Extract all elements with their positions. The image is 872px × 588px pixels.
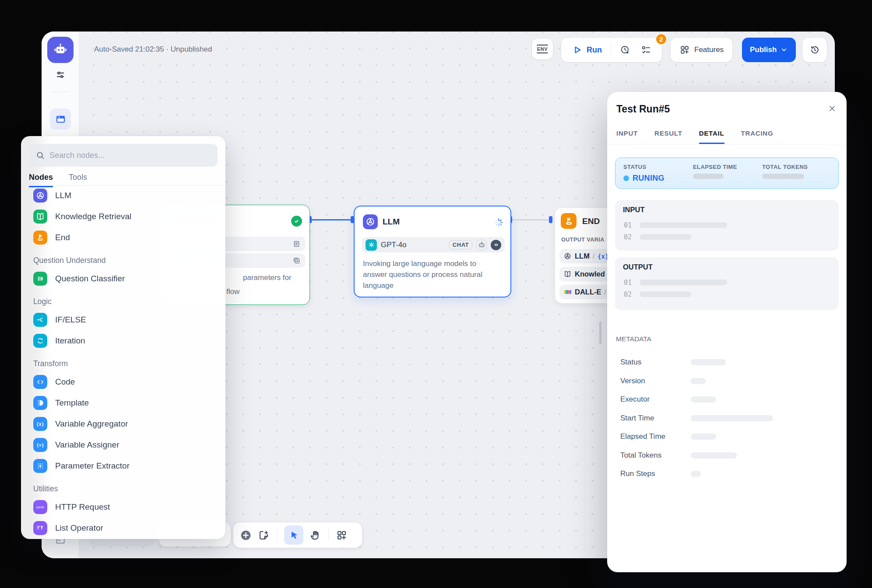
toolbar-divider bbox=[277, 529, 277, 541]
input-section-title: INPUT bbox=[623, 206, 645, 214]
workflow-settings-icon[interactable] bbox=[54, 68, 67, 81]
connection-start-llm bbox=[312, 219, 354, 220]
node-item-label: Question Classifier bbox=[55, 274, 125, 284]
canvas-scrollbar[interactable] bbox=[599, 322, 601, 344]
start-node-description: parameters for bbox=[243, 273, 292, 282]
variable-aggregator-icon: {x} bbox=[33, 417, 47, 431]
question-classifier-icon bbox=[33, 272, 47, 286]
metadata-label: Run Steps bbox=[620, 469, 691, 478]
panel-title: Test Run#5 bbox=[616, 103, 670, 115]
llm-node-title: LLM bbox=[383, 217, 400, 227]
row-index: 01 bbox=[624, 279, 632, 287]
preview-panel-button[interactable] bbox=[50, 108, 71, 130]
history-icon bbox=[809, 45, 820, 55]
search-field[interactable] bbox=[29, 144, 218, 167]
running-dot bbox=[623, 175, 629, 181]
metadata-rows: StatusVersionExecutorStart TimeElapsed T… bbox=[620, 353, 839, 483]
node-item-variable-aggregator[interactable]: {x}Variable Aggregator bbox=[21, 413, 225, 434]
features-button[interactable]: Features bbox=[671, 38, 732, 62]
iteration-icon bbox=[33, 334, 47, 348]
connection-llm-end bbox=[512, 219, 552, 220]
run-panel-tabs-divider bbox=[607, 144, 847, 144]
run-button-group: Run bbox=[561, 38, 662, 62]
node-item-llm[interactable]: LLM bbox=[21, 185, 225, 206]
node-item-question-classifier[interactable]: Question Classifier bbox=[21, 268, 225, 289]
code-icon bbox=[33, 375, 47, 389]
status-banner: STATUSRUNINGELAPSED TIMETOTAL TOKENS bbox=[615, 158, 839, 189]
node-item-label: Iteration bbox=[55, 336, 85, 346]
app-logo[interactable] bbox=[47, 37, 74, 63]
node-item-code[interactable]: Code bbox=[21, 371, 225, 392]
io-row-01: 01 bbox=[624, 276, 830, 288]
node-item-label: LLM bbox=[55, 191, 71, 200]
llm-icon bbox=[33, 189, 47, 203]
io-row-01: 01 bbox=[624, 219, 830, 231]
input-rows: 0102 bbox=[624, 219, 830, 243]
value-skeleton bbox=[762, 174, 804, 179]
variable-node-name: Knowled bbox=[575, 270, 605, 278]
node-item-http-request[interactable]: HTTPHTTP Request bbox=[21, 497, 225, 518]
run-tab-detail[interactable]: DETAIL bbox=[699, 130, 724, 144]
run-tab-result[interactable]: RESULT bbox=[654, 130, 682, 144]
node-item-label: List Operator bbox=[55, 523, 103, 533]
node-item-template[interactable]: Template bbox=[21, 392, 225, 413]
add-note-button[interactable] bbox=[258, 529, 270, 541]
node-item-variable-assigner[interactable]: {=}Variable Assigner bbox=[21, 434, 225, 455]
node-item-list-operator[interactable]: List Operator bbox=[21, 518, 225, 539]
metadata-value-skeleton bbox=[691, 359, 726, 365]
add-node-button[interactable] bbox=[240, 529, 252, 541]
metadata-row-run-steps: Run Steps bbox=[620, 465, 839, 483]
env-button[interactable]: ENV bbox=[532, 38, 553, 60]
model-selector[interactable]: GPT-4o CHAT bbox=[362, 237, 505, 252]
autosave-status: Auto-Saved 21:02:35 · Unpublished bbox=[94, 45, 212, 54]
metadata-label: Version bbox=[620, 377, 691, 385]
node-item-if-else[interactable]: IF/ELSE bbox=[21, 309, 225, 330]
node-item-end[interactable]: End bbox=[21, 227, 225, 248]
close-button[interactable] bbox=[826, 102, 838, 115]
run-tab-input[interactable]: INPUT bbox=[616, 130, 638, 144]
checklist-icon[interactable] bbox=[641, 45, 651, 55]
node-section-header-utilities: Utilities bbox=[21, 481, 225, 497]
publish-button[interactable]: Publish bbox=[742, 38, 796, 62]
search-input[interactable] bbox=[49, 151, 211, 160]
robot-icon bbox=[52, 41, 69, 59]
run-history-icon[interactable] bbox=[620, 45, 630, 55]
io-row-02: 02 bbox=[624, 288, 830, 300]
pointer-tool-button[interactable] bbox=[284, 525, 303, 545]
organize-nodes-button[interactable] bbox=[336, 529, 348, 541]
input-section: INPUT 0102 bbox=[615, 200, 839, 251]
metadata-value-skeleton bbox=[691, 378, 706, 384]
toolbar-divider bbox=[328, 529, 329, 541]
status-banner-col-elapsed-time: ELAPSED TIME bbox=[693, 158, 737, 179]
metadata-label: Total Tokens bbox=[620, 451, 691, 460]
row-value-skeleton bbox=[640, 234, 691, 240]
llm-node[interactable]: LLM GPT-4o CHAT bbox=[354, 206, 511, 298]
node-section-header-transform: Transform bbox=[21, 356, 225, 371]
status-banner-col-total-tokens: TOTAL TOKENS bbox=[762, 158, 808, 179]
row-value-skeleton bbox=[640, 291, 691, 297]
metadata-row-version: Version bbox=[620, 372, 839, 391]
end-node-icon bbox=[561, 213, 577, 229]
llm-node-description: Invoking large language models to answer… bbox=[363, 258, 492, 291]
node-item-parameter-extractor[interactable]: Parameter Extractor bbox=[21, 455, 225, 476]
value-skeleton bbox=[693, 174, 724, 179]
node-item-iteration[interactable]: Iteration bbox=[21, 330, 225, 351]
run-panel-tabs: INPUTRESULTDETAILTRACING bbox=[616, 130, 773, 144]
run-tab-tracing[interactable]: TRACING bbox=[741, 130, 774, 144]
row-index: 02 bbox=[624, 290, 632, 298]
model-name: GPT-4o bbox=[381, 241, 445, 249]
node-list: LLMKnowledge RetrievalEndQuestion Unders… bbox=[21, 185, 225, 539]
env-icon: ENV bbox=[537, 45, 548, 53]
node-item-label: Variable Assigner bbox=[55, 440, 119, 450]
version-history-button[interactable] bbox=[802, 38, 827, 62]
node-item-knowledge-retrieval[interactable]: Knowledge Retrieval bbox=[21, 206, 225, 227]
node-item-label: Knowledge Retrieval bbox=[55, 212, 131, 221]
hand-tool-button[interactable] bbox=[309, 529, 321, 541]
svg-text:HTTP: HTTP bbox=[37, 506, 44, 509]
run-button[interactable]: Run bbox=[572, 45, 602, 55]
node-item-label: IF/ELSE bbox=[55, 315, 86, 325]
svg-text:{=}: {=} bbox=[36, 443, 44, 448]
metadata-row-executor: Executor bbox=[620, 390, 839, 409]
if-else-icon bbox=[33, 313, 47, 327]
node-picker-panel: NodesTools LLMKnowledge RetrievalEndQues… bbox=[21, 136, 225, 539]
